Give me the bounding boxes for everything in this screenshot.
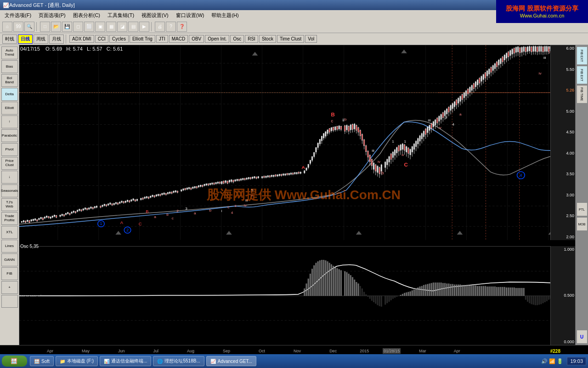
- menu-item-c[interactable]: 图表分析(C): [69, 11, 104, 20]
- chart-type-月线[interactable]: 月线: [49, 34, 64, 44]
- svg-rect-131: [123, 201, 124, 203]
- taskbar-item-disk[interactable]: 📁 本地磁盘 (F:): [56, 356, 98, 366]
- indicator-osc[interactable]: Osc: [230, 35, 244, 43]
- indicator-cycles[interactable]: Cycles: [109, 35, 129, 43]
- sidebar-btn-8[interactable]: Price Clust: [1, 157, 18, 170]
- sidebar-btn-10[interactable]: Seasonals: [1, 184, 18, 197]
- svg-text:iv: iv: [244, 203, 247, 207]
- svg-rect-517: [506, 53, 507, 58]
- osc-chart-svg: [19, 246, 563, 345]
- menu-item-p[interactable]: 页面选项(P): [35, 11, 69, 20]
- sidebar-btn-11[interactable]: TJ's Web: [1, 198, 18, 211]
- right-btn-fib-time[interactable]: FIB TIME: [577, 85, 588, 104]
- osc-0.500: 0.500: [551, 293, 576, 298]
- indicator-open-int.[interactable]: Open Int.: [205, 35, 229, 43]
- toolbar-b3[interactable]: ▣: [95, 22, 105, 32]
- svg-rect-223: [215, 183, 216, 184]
- toolbar-b6[interactable]: ▤: [128, 22, 138, 32]
- toolbar-home[interactable]: ⌂: [2, 22, 12, 32]
- menu-item-w[interactable]: 窗口设置(W): [172, 11, 208, 20]
- menu-item-v[interactable]: 视图设置(V): [138, 11, 172, 20]
- menu-item-t[interactable]: 工具集锦(T): [104, 11, 138, 20]
- taskbar-item-tongda[interactable]: 📊 通达信金融终端...: [100, 356, 151, 366]
- toolbar-search[interactable]: 🔍: [24, 22, 34, 32]
- logo-line1: 股海网 股票软件资源分享: [506, 5, 578, 13]
- svg-rect-397: [390, 154, 391, 160]
- svg-rect-239: [231, 180, 232, 182]
- sidebar-btn-17[interactable]: +: [1, 281, 18, 294]
- taskbar-item-soft[interactable]: 🪟 Soft: [30, 356, 54, 366]
- sidebar-btn-4[interactable]: Elliott: [1, 102, 18, 115]
- indicator-time-clust[interactable]: Time Clust: [277, 35, 304, 43]
- indicator-jti[interactable]: JTI: [156, 35, 168, 43]
- toolbar-b7[interactable]: ▶: [139, 22, 149, 32]
- svg-rect-499: [489, 69, 490, 74]
- sidebar-btn-0[interactable]: Auto Trend: [1, 46, 18, 59]
- svg-rect-529: [518, 47, 519, 52]
- price-2.50: 2.50: [551, 213, 576, 218]
- right-btn-fib-ext-1[interactable]: FIB EXT: [577, 46, 588, 65]
- svg-rect-63: [54, 215, 55, 217]
- svg-rect-231: [223, 181, 224, 184]
- indicator-cci[interactable]: CCI: [95, 35, 108, 43]
- sidebar-btn-5[interactable]: ↑: [1, 115, 18, 128]
- toolbar-help1[interactable]: ?: [166, 22, 176, 32]
- svg-rect-281: [273, 175, 274, 177]
- svg-text:i: i: [221, 209, 222, 213]
- toolbar-new[interactable]: □: [40, 22, 50, 32]
- toolbar-open[interactable]: 📂: [51, 22, 61, 32]
- sidebar-btn-15[interactable]: GANN: [1, 253, 18, 266]
- toolbar-b4[interactable]: ▦: [106, 22, 116, 32]
- indicator-adx-dmi[interactable]: ADX DMI: [69, 35, 94, 43]
- sidebar-btn-18[interactable]: [1, 295, 18, 308]
- toolbar-save[interactable]: 💾: [62, 22, 72, 32]
- sidebar-btn-2[interactable]: Bol Band: [1, 74, 18, 87]
- indicator-rsi[interactable]: RSI: [245, 35, 258, 43]
- sidebar-btn-14[interactable]: Lines: [1, 240, 18, 253]
- chart-type-日线[interactable]: 日线: [18, 34, 33, 44]
- toolbar-print[interactable]: 🖨: [155, 22, 165, 32]
- menu-item-f[interactable]: 文件选项(F): [1, 11, 35, 20]
- indicator-vol[interactable]: Vol: [305, 35, 317, 43]
- sidebar-btn-7[interactable]: Pivot: [1, 143, 18, 156]
- sidebar-btn-9[interactable]: ↓: [1, 171, 18, 184]
- indicator-obv[interactable]: OBV: [189, 35, 204, 43]
- svg-rect-57: [48, 217, 49, 218]
- toolbar-b5[interactable]: ◪: [117, 22, 127, 32]
- right-btn-mob[interactable]: MOB: [577, 217, 588, 231]
- sidebar-btn-13[interactable]: XTL: [1, 226, 18, 239]
- toolbar-b1[interactable]: ◻: [73, 22, 83, 32]
- toolbar-help2[interactable]: ❓: [177, 22, 187, 32]
- sidebar-btn-12[interactable]: Trade Profile: [1, 212, 18, 225]
- sidebar-btn-6[interactable]: Parabolic: [1, 129, 18, 142]
- svg-rect-87: [79, 209, 80, 211]
- chart-type-时线[interactable]: 时线: [2, 34, 17, 44]
- right-btn-fib-ext-2[interactable]: FIB EXT: [577, 66, 588, 84]
- taskbar-item-aget[interactable]: 📈 Advanced GET...: [206, 356, 256, 366]
- toolbar-99[interactable]: 99: [13, 22, 23, 32]
- indicator-macd[interactable]: MACD: [169, 35, 188, 43]
- toolbar-b2[interactable]: ⬜: [84, 22, 94, 32]
- sidebar-btn-16[interactable]: FIB: [1, 267, 18, 280]
- chart-area[interactable]: 04/17/15 O: 5.69 H: 5.74 L: 5.57 C: 5.61…: [19, 45, 588, 345]
- svg-rect-175: [167, 192, 168, 194]
- svg-rect-43: [35, 218, 36, 220]
- svg-rect-217: [210, 184, 211, 185]
- right-btn-u[interactable]: U: [577, 330, 588, 344]
- sidebar-btn-1[interactable]: Bias: [1, 60, 18, 73]
- right-btn-ptl[interactable]: PTL: [577, 202, 588, 216]
- svg-rect-123: [115, 202, 116, 204]
- date-mar: Mar: [419, 349, 426, 353]
- indicator-stock[interactable]: Stock: [259, 35, 276, 43]
- chart-type-周线[interactable]: 周线: [34, 34, 48, 44]
- taskbar-item-forum[interactable]: 🌐 理想论坛5518B...: [153, 356, 204, 366]
- menu-item-h[interactable]: 帮助主题(H): [208, 11, 242, 20]
- svg-rect-71: [63, 215, 64, 216]
- svg-rect-201: [194, 186, 195, 188]
- indicator-elliott-trig[interactable]: Elliott Trig: [130, 35, 155, 43]
- svg-rect-371: [364, 140, 365, 146]
- start-button[interactable]: 🪟: [2, 356, 27, 367]
- svg-rect-253: [244, 178, 245, 180]
- svg-rect-377: [369, 155, 370, 161]
- sidebar-btn-3[interactable]: Delta: [1, 88, 18, 101]
